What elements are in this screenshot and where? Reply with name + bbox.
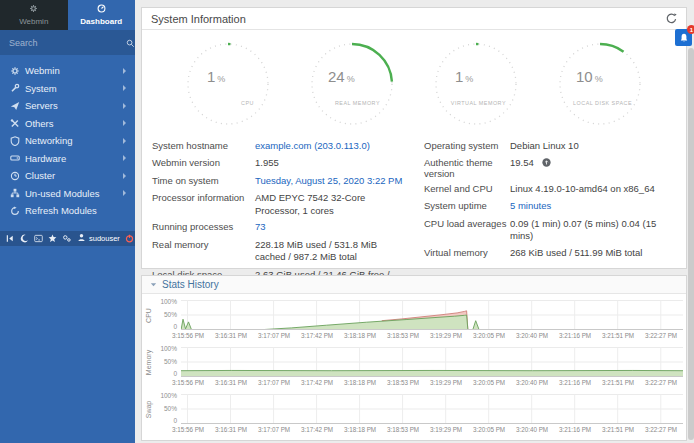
- info-column-right: Operating systemDebian Linux 10 Authenti…: [414, 136, 686, 294]
- stats-history-header[interactable]: Stats History: [142, 276, 686, 294]
- svg-text:1%: 1%: [455, 68, 473, 85]
- info-row: Operating systemDebian Linux 10: [424, 136, 680, 154]
- panel-header: System Information: [142, 8, 686, 30]
- notifications-bell-button[interactable]: 1: [675, 29, 692, 46]
- x-tick-label: 3:19:29 PM: [430, 426, 462, 433]
- x-tick-label: 3:16:31 PM: [215, 379, 247, 386]
- stats-history-title: Stats History: [162, 279, 219, 290]
- virtual-memory-gauge: 1% VIRTUAL MEMORY: [428, 38, 524, 132]
- x-tick-label: 3:18:18 PM: [344, 379, 376, 386]
- notification-badge: 1: [687, 25, 694, 34]
- info-row: CPU load averages0.09 (1 min) 0.07 (5 mi…: [424, 214, 680, 243]
- page-title: System Information: [151, 13, 246, 25]
- x-tick-label: 3:17:42 PM: [301, 332, 333, 339]
- system-uptime-link[interactable]: 5 minutes: [510, 200, 680, 213]
- theme-update-icon[interactable]: [542, 158, 551, 167]
- chevron-right-icon: [123, 173, 126, 179]
- x-tick-label: 3:18:53 PM: [387, 426, 419, 433]
- refresh-icon: [10, 206, 25, 216]
- x-tick-label: 3:21:51 PM: [602, 332, 634, 339]
- menu-label: Un-used Modules: [25, 188, 123, 199]
- svg-text:1%: 1%: [207, 68, 225, 85]
- search-icon[interactable]: [126, 34, 135, 52]
- menu-label: Webmin: [25, 65, 123, 76]
- menu-label: System: [25, 83, 123, 94]
- tab-webmin[interactable]: Webmin: [0, 0, 68, 30]
- sidebar-item-servers[interactable]: Servers: [0, 97, 135, 115]
- chevron-right-icon: [123, 68, 126, 74]
- chevron-right-icon: [123, 190, 126, 196]
- local-disk-space-gauge: 10% LOCAL DISK SPACE: [552, 38, 648, 132]
- sidebar-item-webmin[interactable]: Webmin: [0, 62, 135, 80]
- memory-chart-x-labels: 3:15:56 PM3:16:31 PM3:17:07 PM3:17:42 PM…: [181, 377, 686, 388]
- sidebar-item-cluster[interactable]: Cluster: [0, 167, 135, 185]
- x-tick-label: 3:17:42 PM: [301, 379, 333, 386]
- info-row: Time on systemTuesday, August 25, 2020 3…: [152, 171, 408, 189]
- modules-icon: [10, 188, 25, 198]
- search-input[interactable]: [9, 38, 126, 48]
- settings-cogs-icon[interactable]: [62, 234, 72, 243]
- sidebar-item-system[interactable]: System: [0, 80, 135, 98]
- cpu-history-chart: CPU 100%50%0: [142, 300, 686, 330]
- menu-label: Networking: [25, 135, 123, 146]
- x-tick-label: 3:15:56 PM: [172, 426, 204, 433]
- system-info-table: System hostnameexample.com (203.0.113.0)…: [142, 132, 686, 294]
- info-row: System uptime5 minutes: [424, 197, 680, 215]
- menu-label: Refresh Modules: [25, 205, 126, 216]
- x-tick-label: 3:18:53 PM: [387, 332, 419, 339]
- svg-text:LOCAL DISK SPACE: LOCAL DISK SPACE: [573, 100, 632, 106]
- system-time-link[interactable]: Tuesday, August 25, 2020 3:22 PM: [255, 175, 408, 188]
- sidebar-item-refresh-modules[interactable]: Refresh Modules: [0, 202, 135, 220]
- x-tick-label: 3:20:05 PM: [473, 379, 505, 386]
- user-icon: [77, 233, 86, 244]
- favorites-star-icon[interactable]: [48, 234, 57, 243]
- vertical-scrollbar[interactable]: [688, 48, 694, 440]
- paper-plane-icon: [10, 101, 25, 111]
- menu-label: Others: [25, 118, 123, 129]
- gear-icon: [10, 66, 25, 76]
- x-tick-label: 3:22:27 PM: [645, 379, 677, 386]
- power-logout-icon[interactable]: [125, 234, 134, 243]
- night-mode-icon[interactable]: [20, 234, 29, 243]
- sidebar-search: [0, 30, 135, 55]
- cpu-chart-x-labels: 3:15:56 PM3:16:31 PM3:17:07 PM3:17:42 PM…: [181, 330, 686, 341]
- sidebar-footer-bar: sudouser: [0, 231, 135, 246]
- stats-history-panel: Stats History CPU 100%50%0 3:15:56 PM3:1…: [141, 275, 687, 441]
- x-tick-label: 3:21:51 PM: [602, 426, 634, 433]
- sidebar: Webmin Dashboard Webmin System Servers: [0, 0, 135, 443]
- memory-chart-plot: [181, 347, 683, 377]
- tab-label: Webmin: [19, 17, 48, 26]
- gauges-row: 1% CPU 24% REAL MEMORY 1% VIRTUAL MEMORY: [142, 30, 686, 132]
- y-axis: 100%50%0: [155, 394, 181, 424]
- x-tick-label: 3:18:18 PM: [344, 426, 376, 433]
- sidebar-item-networking[interactable]: Networking: [0, 132, 135, 150]
- chevron-right-icon: [123, 155, 126, 161]
- x-tick-label: 3:20:05 PM: [473, 426, 505, 433]
- x-tick-label: 3:16:31 PM: [215, 332, 247, 339]
- real-memory-gauge: 24% REAL MEMORY: [304, 38, 400, 132]
- sidebar-item-unused-modules[interactable]: Un-used Modules: [0, 185, 135, 203]
- system-information-panel: System Information 1% CPU 24% REAL MEMOR…: [141, 7, 687, 269]
- info-row: Kernel and CPULinux 4.19.0-10-amd64 on x…: [424, 179, 680, 197]
- x-tick-label: 3:18:18 PM: [344, 332, 376, 339]
- wrench-icon: [10, 83, 25, 93]
- collapse-sidebar-icon[interactable]: [6, 234, 15, 243]
- x-tick-label: 3:15:56 PM: [172, 332, 204, 339]
- y-axis: 100%50%0: [155, 347, 181, 377]
- swap-chart-plot: [181, 394, 683, 424]
- x-tick-label: 3:17:07 PM: [258, 332, 290, 339]
- sidebar-item-hardware[interactable]: Hardware: [0, 150, 135, 168]
- current-user[interactable]: sudouser: [77, 233, 120, 244]
- x-tick-label: 3:15:56 PM: [172, 379, 204, 386]
- hostname-link[interactable]: example.com (203.0.113.0): [255, 140, 408, 153]
- swap-history-chart: Swap 100%50%0: [142, 394, 686, 424]
- x-tick-label: 3:22:27 PM: [645, 426, 677, 433]
- refresh-icon[interactable]: [666, 13, 677, 24]
- running-processes-link[interactable]: 73: [255, 221, 408, 234]
- sidebar-item-others[interactable]: Others: [0, 115, 135, 133]
- tab-dashboard[interactable]: Dashboard: [68, 0, 136, 30]
- chevron-right-icon: [123, 103, 126, 109]
- x-tick-label: 3:17:42 PM: [301, 426, 333, 433]
- terminal-icon[interactable]: [34, 234, 43, 243]
- chevron-right-icon: [123, 120, 126, 126]
